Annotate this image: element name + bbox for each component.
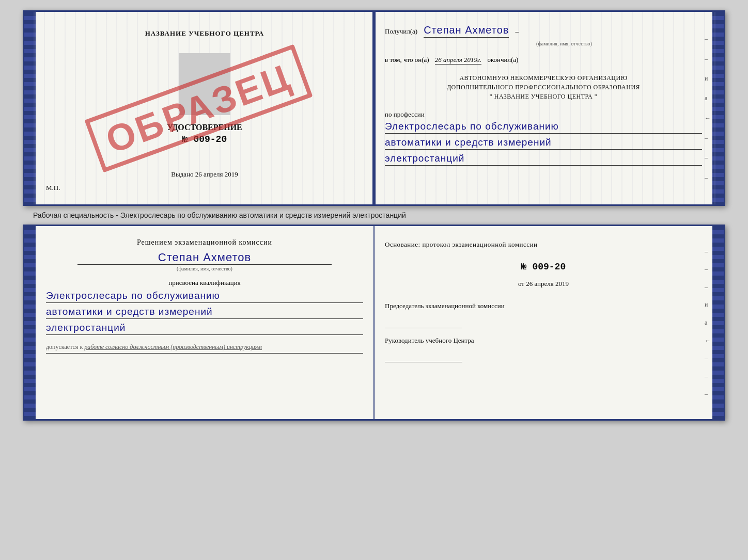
v-tom-row: в том, что он(а) 26 апреля 2019г. окончи… (385, 56, 702, 64)
qual-line3: электростанций (46, 322, 363, 335)
side-dashes-right: – – и а ← – – – (705, 22, 711, 194)
recipient-name: Степан Ахметов (424, 24, 509, 38)
bottom-fio-label: (фамилия, имя, отчество) (46, 266, 363, 271)
bottom-left-page: Решением экзаменационной комиссии Степан… (24, 226, 375, 419)
bottom-left-hr (46, 353, 363, 354)
bottom-right-page: Основание: протокол экзаменационной коми… (375, 226, 724, 419)
resheniem-title: Решением экзаменационной комиссии (46, 238, 363, 247)
dopuskaetsya-value: работе согласно должностным (производств… (84, 343, 262, 350)
udostoverenie-title: УДОСТОВЕРЕНИЕ (167, 123, 242, 132)
org-line1: АВТОНОМНУЮ НЕКОММЕРЧЕСКУЮ ОРГАНИЗАЦИЮ (385, 73, 702, 83)
udostoverenie-number: № 009-20 (182, 134, 227, 145)
bottom-booklet: Решением экзаменационной комиссии Степан… (23, 225, 725, 421)
predsedatel-block: Председатель экзаменационной комиссии (385, 300, 702, 328)
rukovoditel-label: Руководитель учебного Центра (385, 334, 702, 346)
photo-placeholder (179, 53, 230, 115)
ot-label: от (518, 280, 524, 287)
okonchil-label: окончил(а) (487, 56, 518, 63)
bottom-name: Степан Ахметов (77, 251, 331, 265)
training-center-title: НАЗВАНИЕ УЧЕБНОГО ЦЕНТРА (145, 29, 264, 38)
prisvoena-label: присвоена квалификация (46, 279, 363, 287)
left-content: НАЗВАНИЕ УЧЕБНОГО ЦЕНТРА УДОСТОВЕРЕНИЕ №… (46, 24, 363, 192)
po-professii-label: по профессии (385, 110, 702, 119)
qual-line1: Электрослесарь по обслуживанию (46, 290, 363, 303)
predsedatel-signature-line (385, 328, 462, 328)
vydano-line: Выдано 26 апреля 2019 (171, 170, 238, 179)
bottom-right-block: Основание: протокол экзаменационной коми… (385, 238, 702, 362)
poluchil-label: Получил(а) (385, 27, 417, 35)
mp-line: М.П. (46, 184, 60, 192)
org-line3: " НАЗВАНИЕ УЧЕБНОГО ЦЕНТРА " (385, 92, 702, 101)
vydano-label: Выдано (171, 170, 193, 178)
top-booklet: НАЗВАНИЕ УЧЕБНОГО ЦЕНТРА УДОСТОВЕРЕНИЕ №… (23, 10, 725, 206)
bottom-right-content: Основание: протокол экзаменационной коми… (385, 238, 702, 362)
profession-line3: электростанций (385, 153, 702, 166)
profession-line2: автоматики и средств измерений (385, 137, 702, 150)
v-tom-label: в том, что он(а) (385, 56, 429, 63)
vydano-date: 26 апреля 2019 (195, 170, 238, 178)
dopuskaetsya-label: допускается к (46, 343, 83, 350)
dash-after-name: – (515, 27, 519, 35)
predsedatel-label: Председатель экзаменационной комиссии (385, 300, 702, 312)
booklet-right-page: Получил(а) Степан Ахметов – (фамилия, им… (375, 12, 724, 204)
qual-line2: автоматики и средств измерений (46, 306, 363, 319)
bottom-side-dashes-right: – – – и а ← – – – (705, 236, 711, 409)
rukovoditel-signature-line (385, 362, 462, 362)
separator-text: Рабочая специальность - Электрослесарь п… (33, 211, 406, 219)
ot-date-value: 26 апреля 2019 (526, 280, 569, 287)
booklet-left-page: НАЗВАНИЕ УЧЕБНОГО ЦЕНТРА УДОСТОВЕРЕНИЕ №… (24, 12, 375, 204)
rukovoditel-block: Руководитель учебного Центра (385, 334, 702, 362)
org-line2: ДОПОЛНИТЕЛЬНОГО ПРОФЕССИОНАЛЬНОГО ОБРАЗО… (385, 83, 702, 92)
date-value: 26 апреля 2019г. (435, 56, 481, 65)
org-block: АВТОНОМНУЮ НЕКОММЕРЧЕСКУЮ ОРГАНИЗАЦИЮ ДО… (385, 73, 702, 101)
dopuskaetsya-line: допускается к работе согласно должностны… (46, 343, 363, 351)
poluchil-row: Получил(а) Степан Ахметов – (385, 24, 702, 38)
right-content: Получил(а) Степан Ахметов – (фамилия, им… (385, 24, 702, 166)
protocol-number: № 009-20 (385, 259, 702, 275)
bottom-left-content: Решением экзаменационной комиссии Степан… (46, 238, 363, 354)
profession-line1: Электрослесарь по обслуживанию (385, 121, 702, 134)
fio-label-top: (фамилия, имя, отчество) (426, 41, 702, 46)
osnovanie-title: Основание: протокол экзаменационной коми… (385, 238, 702, 250)
ot-date-line: от 26 апреля 2019 (385, 278, 702, 290)
